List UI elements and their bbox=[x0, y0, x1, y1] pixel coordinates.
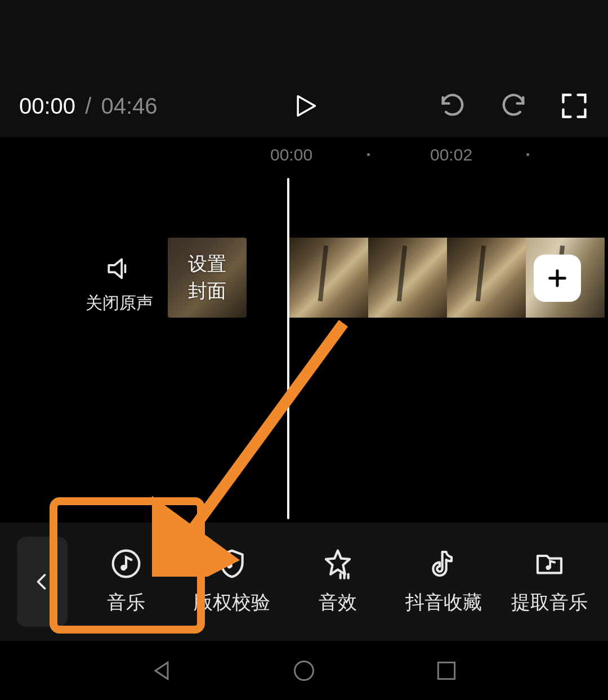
plus-icon bbox=[546, 267, 569, 289]
triangle-back-icon bbox=[149, 658, 174, 683]
tool-sound-effects[interactable]: 音效 bbox=[293, 548, 383, 616]
video-preview-area bbox=[0, 0, 608, 74]
play-button[interactable] bbox=[289, 91, 319, 121]
fullscreen-icon bbox=[560, 91, 589, 121]
tool-douyin-favorites[interactable]: 抖音收藏 bbox=[399, 548, 489, 616]
tool-label: 版权校验 bbox=[194, 590, 270, 616]
nav-home-button[interactable] bbox=[292, 658, 316, 683]
play-icon bbox=[289, 91, 319, 121]
mute-original-audio-button[interactable]: 关闭原声 bbox=[86, 255, 153, 315]
tool-music[interactable]: 音乐 bbox=[81, 548, 171, 616]
nav-back-button[interactable] bbox=[149, 658, 174, 683]
timeline-container: 00:00 00:02 关闭原声 设置 封面 bbox=[0, 137, 608, 523]
music-note-icon bbox=[110, 548, 142, 579]
circle-home-icon bbox=[292, 658, 316, 683]
total-time: 04:46 bbox=[101, 93, 157, 118]
time-separator: / bbox=[85, 93, 91, 118]
time-ruler[interactable]: 00:00 00:02 bbox=[0, 137, 608, 171]
chevron-left-icon bbox=[32, 572, 52, 592]
ruler-tick: 00:02 bbox=[430, 145, 472, 164]
svg-rect-8 bbox=[439, 662, 455, 679]
undo-button[interactable] bbox=[438, 91, 467, 121]
nav-recent-button[interactable] bbox=[434, 658, 459, 683]
set-cover-button[interactable]: 设置 封面 bbox=[168, 238, 247, 318]
clip-frame bbox=[447, 238, 526, 318]
redo-button[interactable] bbox=[499, 91, 528, 121]
undo-icon bbox=[438, 91, 467, 121]
ruler-dot bbox=[526, 153, 529, 156]
tool-label: 音乐 bbox=[107, 590, 145, 616]
tool-label: 音效 bbox=[319, 590, 357, 616]
redo-icon bbox=[499, 91, 528, 121]
time-display: 00:00 / 04:46 bbox=[19, 93, 158, 119]
system-nav-bar bbox=[0, 641, 608, 700]
player-control-bar: 00:00 / 04:46 bbox=[0, 74, 608, 137]
tool-label: 提取音乐 bbox=[511, 590, 588, 616]
tool-copyright-check[interactable]: 版权校验 bbox=[187, 548, 277, 616]
ruler-tick: 00:00 bbox=[270, 145, 312, 164]
tool-label: 抖音收藏 bbox=[405, 590, 482, 616]
mute-label: 关闭原声 bbox=[86, 292, 153, 315]
star-bars-icon bbox=[322, 548, 354, 579]
svg-point-7 bbox=[294, 661, 313, 680]
douyin-icon bbox=[428, 548, 459, 579]
shield-music-icon bbox=[216, 548, 248, 579]
playhead-handle[interactable] bbox=[287, 178, 289, 519]
tool-extract-music[interactable]: 提取音乐 bbox=[504, 548, 594, 616]
add-clip-button[interactable] bbox=[534, 255, 581, 302]
square-recent-icon bbox=[434, 658, 459, 683]
toolbar-back-button[interactable] bbox=[17, 537, 68, 627]
clip-frame bbox=[368, 238, 447, 318]
ruler-dot bbox=[367, 153, 370, 156]
tracks-area: 关闭原声 设置 封面 bbox=[0, 171, 608, 520]
audio-toolbar: 音乐 版权校验 音效 抖音收藏 bbox=[0, 523, 608, 641]
speaker-icon bbox=[105, 255, 133, 283]
folder-music-icon bbox=[534, 548, 565, 579]
current-time: 00:00 bbox=[19, 93, 75, 118]
fullscreen-button[interactable] bbox=[560, 91, 589, 121]
cover-label: 设置 封面 bbox=[188, 251, 226, 304]
clip-frame bbox=[289, 238, 368, 318]
